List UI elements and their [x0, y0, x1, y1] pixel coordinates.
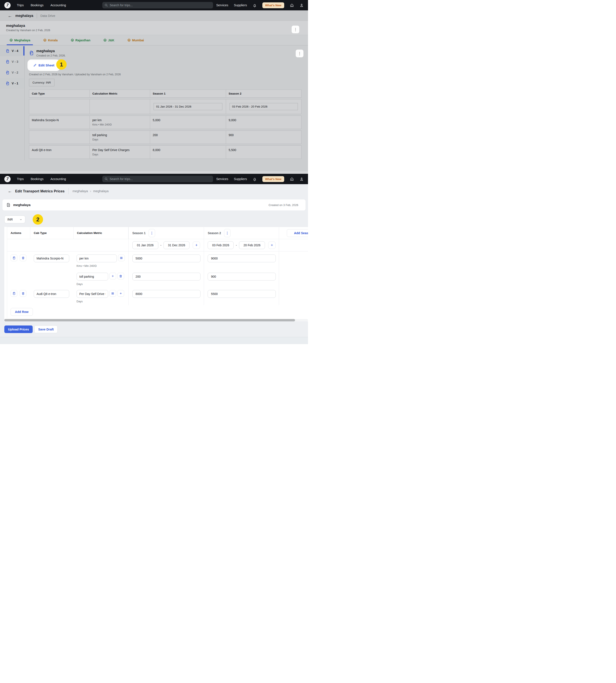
season1-price-input[interactable]: [132, 255, 200, 262]
search-input[interactable]: [110, 177, 211, 181]
tab-kerala[interactable]: Kerala: [43, 35, 58, 45]
season1-add-date-button[interactable]: +: [193, 241, 200, 249]
file-import-icon: [6, 49, 10, 53]
tab-label: Kerala: [48, 39, 58, 42]
nav-trips[interactable]: Trips: [17, 3, 24, 7]
season2-start-date[interactable]: [207, 241, 234, 249]
delete-row-button[interactable]: [20, 290, 26, 297]
season2-price: 5,500: [226, 145, 302, 159]
tab-mumbai[interactable]: Mumbai: [127, 35, 144, 45]
sheet-viewer-section: ← meghalaya Data Drive meghalaya Created…: [0, 10, 308, 174]
primary-nav: Trips Bookings Accounting: [17, 3, 66, 7]
metric-menu-icon[interactable]: [109, 290, 116, 297]
delete-metric-button[interactable]: [117, 273, 124, 279]
metric-value: toll parking: [92, 133, 147, 137]
season1-price-input[interactable]: [132, 290, 200, 298]
col-calculation-metric: Calculation Metric: [90, 90, 150, 98]
tab-meghalaya[interactable]: Meghalaya: [9, 35, 30, 45]
tab-jk[interactable]: J&K: [103, 35, 114, 45]
sheet-panel: ⋮ meghalaya Created on 2 Feb, 2026. Edit…: [25, 45, 308, 161]
app-logo[interactable]: 7: [4, 2, 10, 8]
duplicate-row-button[interactable]: [10, 290, 17, 297]
metric-input[interactable]: [76, 255, 117, 262]
nav-suppliers[interactable]: Suppliers: [234, 3, 247, 7]
search-input[interactable]: [110, 3, 211, 7]
season2-price-input[interactable]: [207, 290, 276, 298]
kebab-icon: ⋮: [226, 231, 229, 235]
col-cab-type: Cab Type: [34, 231, 47, 235]
version-item-v1[interactable]: V - 1: [0, 78, 24, 89]
nav-bookings[interactable]: Bookings: [31, 177, 44, 181]
season1-price: 200: [150, 130, 226, 144]
col-season-2: Season 2: [207, 231, 221, 235]
breadcrumb-data-drive[interactable]: Data Drive: [41, 14, 56, 18]
whats-new-button[interactable]: What's New: [262, 176, 284, 182]
version-item-v3[interactable]: V - 3: [0, 56, 24, 67]
season1-price-input[interactable]: [132, 273, 200, 280]
search-bar[interactable]: [102, 176, 213, 182]
nav-services[interactable]: Services: [216, 3, 228, 7]
cab-type-input[interactable]: [34, 290, 69, 298]
profile-icon[interactable]: [300, 3, 304, 7]
season-dates-row: - + - +: [7, 239, 308, 252]
edit-sheet-button[interactable]: Edit Sheet: [29, 61, 59, 69]
metric-value: per km: [92, 119, 147, 122]
app-logo-glyph: 7: [6, 177, 8, 182]
season2-price-input[interactable]: [207, 255, 276, 262]
search-bar[interactable]: [102, 2, 213, 8]
editable-row-mahindra: Kms • Min 240/D: [7, 252, 308, 270]
profile-icon[interactable]: [300, 177, 304, 181]
add-season-button[interactable]: Add Season: [287, 229, 308, 237]
home-icon[interactable]: [290, 3, 294, 7]
notifications-bell-icon[interactable]: [252, 3, 257, 7]
whats-new-button[interactable]: What's New: [262, 2, 284, 8]
cab-type-input[interactable]: [34, 255, 69, 262]
nav-trips[interactable]: Trips: [17, 177, 24, 181]
breadcrumb-item[interactable]: meghalaya: [72, 189, 88, 193]
tab-rajasthan[interactable]: Rajasthan: [71, 35, 90, 45]
nav-suppliers[interactable]: Suppliers: [234, 177, 247, 181]
kebab-icon: ⋮: [150, 231, 154, 235]
season2-price-input[interactable]: [207, 273, 276, 280]
version-item-v4[interactable]: V - 4: [0, 45, 24, 56]
season2-add-date-button[interactable]: +: [268, 241, 276, 249]
season1-menu-button[interactable]: ⋮: [149, 229, 155, 237]
sheet-menu-button[interactable]: ⋮: [295, 49, 304, 58]
horizontal-scrollbar[interactable]: [4, 319, 308, 321]
delete-row-button[interactable]: [20, 255, 26, 261]
back-arrow-icon[interactable]: ←: [8, 189, 12, 193]
datasheet-menu-button[interactable]: ⋮: [291, 25, 300, 34]
season1-start-date[interactable]: [132, 241, 158, 249]
home-icon[interactable]: [290, 177, 294, 181]
col-cab-type: Cab Type: [29, 90, 90, 98]
metric-menu-icon[interactable]: [118, 255, 125, 261]
save-draft-button[interactable]: Save Draft: [35, 325, 58, 333]
metric-input[interactable]: [76, 273, 108, 280]
season2-end-date[interactable]: [239, 241, 265, 249]
currency-select[interactable]: INR: [4, 216, 25, 223]
date-range-dash: -: [236, 243, 237, 247]
version-item-v2[interactable]: V - 2: [0, 67, 24, 78]
season2-menu-button[interactable]: ⋮: [224, 229, 230, 237]
season2-range: 03 Feb 2026 - 20 Feb 2026: [229, 103, 298, 110]
add-metric-button[interactable]: +: [117, 290, 124, 297]
metric-input[interactable]: [76, 290, 108, 298]
notifications-bell-icon[interactable]: [252, 177, 257, 181]
season1-end-date[interactable]: [163, 241, 190, 249]
search-icon: [105, 3, 108, 7]
add-row-row: Add Row: [7, 305, 308, 319]
nav-accounting[interactable]: Accounting: [50, 3, 66, 7]
add-row-button[interactable]: Add Row: [10, 308, 33, 316]
duplicate-row-button[interactable]: [10, 255, 17, 261]
nav-bookings[interactable]: Bookings: [31, 3, 44, 7]
back-arrow-icon[interactable]: ←: [8, 14, 12, 18]
nav-accounting[interactable]: Accounting: [50, 177, 66, 181]
scrollbar-thumb[interactable]: [4, 319, 295, 321]
add-metric-button[interactable]: +: [109, 273, 116, 279]
version-label: V - 2: [12, 71, 18, 74]
datasheet-title: meghalaya: [6, 24, 302, 28]
file-import-icon: [6, 60, 10, 64]
upload-prices-button[interactable]: Upload Prices: [4, 325, 32, 333]
app-logo[interactable]: 7: [4, 176, 10, 182]
nav-services[interactable]: Services: [216, 177, 228, 181]
